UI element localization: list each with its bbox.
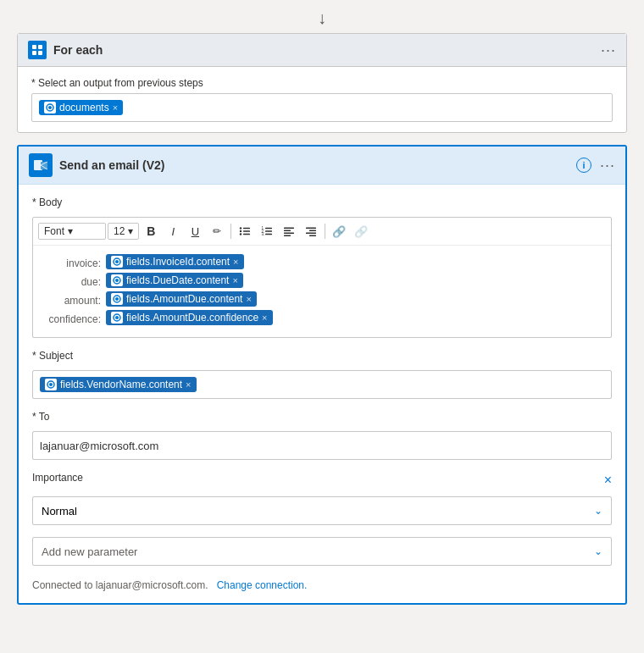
for-each-block: For each ··· * Select an output from pre…: [17, 33, 627, 133]
confidence-token: fields.AmountDue.confidence ×: [106, 310, 273, 325]
send-email-body: * Body Font ▾ 12 ▾ B I U: [19, 185, 625, 603]
svg-rect-14: [243, 230, 250, 231]
send-email-block: Send an email (V2) i ··· * Body Font ▾: [17, 145, 627, 605]
confidence-token-remove[interactable]: ×: [262, 313, 267, 323]
add-param-chevron-icon: ⌄: [594, 545, 602, 557]
send-email-menu-button[interactable]: ···: [600, 157, 615, 174]
send-email-header: Send an email (V2) i ···: [19, 147, 625, 185]
svg-rect-29: [306, 233, 316, 235]
subject-token-icon: [45, 379, 57, 390]
due-token-remove[interactable]: ×: [232, 275, 237, 285]
connected-text-row: Connected to lajanuar@microsoft.com. Cha…: [32, 579, 612, 591]
importance-label: Importance: [32, 472, 83, 484]
svg-point-36: [115, 297, 119, 301]
svg-rect-1: [38, 45, 42, 49]
select-output-input[interactable]: documents ×: [31, 93, 613, 122]
svg-rect-3: [38, 51, 42, 55]
due-token-text: fields.DueDate.content: [126, 274, 229, 286]
subject-label: * Subject: [32, 350, 612, 362]
subject-token: fields.VendorName.content ×: [40, 377, 197, 392]
for-each-body: * Select an output from previous steps d…: [18, 67, 626, 132]
svg-rect-0: [32, 45, 36, 49]
body-toolbar: Font ▾ 12 ▾ B I U ✏: [33, 218, 611, 246]
svg-rect-25: [284, 233, 294, 235]
confidence-label: confidence:: [43, 310, 101, 325]
svg-point-5: [48, 106, 52, 109]
to-input[interactable]: [32, 431, 612, 460]
subject-field: * Subject fields.VendorName.content ×: [32, 350, 612, 399]
amount-row: amount: fields.AmountDue.content ×: [43, 291, 601, 307]
for-each-header-left: For each: [28, 41, 103, 59]
italic-button[interactable]: I: [163, 221, 183, 241]
underline-button[interactable]: U: [185, 221, 205, 241]
connected-info: Connected to lajanuar@microsoft.com.: [32, 579, 208, 591]
link-button[interactable]: 🔗: [329, 221, 349, 241]
align-left-button[interactable]: [279, 221, 299, 241]
confidence-row: confidence: fields.AmountDue.confidence: [43, 310, 601, 325]
svg-point-11: [240, 227, 242, 229]
change-connection-link[interactable]: Change connection.: [217, 579, 308, 591]
add-parameter-button[interactable]: Add new parameter ⌄: [32, 537, 612, 566]
editor-content[interactable]: invoice: fields.InvoiceId.content ×: [33, 246, 611, 337]
invoice-token-text: fields.InvoiceId.content: [126, 256, 230, 268]
for-each-icon: [28, 41, 47, 59]
due-token-icon: [111, 274, 123, 286]
amount-label: amount:: [43, 291, 101, 307]
info-icon[interactable]: i: [576, 158, 591, 173]
send-email-title: Send an email (V2): [59, 158, 164, 172]
amount-token-remove[interactable]: ×: [246, 294, 251, 304]
documents-token-remove[interactable]: ×: [113, 102, 118, 113]
align-right-button[interactable]: [301, 221, 321, 241]
svg-text:3.: 3.: [262, 232, 265, 236]
font-select-label: Font: [44, 225, 64, 237]
svg-point-13: [240, 230, 242, 232]
add-param-label: Add new parameter: [42, 545, 137, 558]
svg-rect-28: [309, 230, 316, 232]
invoice-row: invoice: fields.InvoiceId.content ×: [43, 254, 601, 269]
importance-value: Normal: [42, 505, 77, 517]
svg-rect-22: [265, 234, 272, 235]
svg-rect-16: [243, 234, 250, 235]
for-each-menu-button[interactable]: ···: [601, 42, 616, 59]
to-field: * To: [32, 411, 612, 460]
documents-token-text: documents: [59, 102, 109, 113]
svg-rect-24: [284, 230, 291, 232]
svg-rect-12: [243, 228, 250, 229]
subject-token-text: fields.VendorName.content: [60, 379, 182, 390]
invoice-token-remove[interactable]: ×: [233, 257, 238, 267]
subject-input[interactable]: fields.VendorName.content ×: [32, 370, 612, 399]
toolbar-divider-2: [325, 224, 325, 239]
font-size-select[interactable]: 12 ▾: [108, 223, 139, 240]
font-select-arrow: ▾: [68, 225, 73, 237]
select-output-label: * Select an output from previous steps: [31, 77, 613, 89]
due-row: due: fields.DueDate.content ×: [43, 273, 601, 288]
subject-token-remove[interactable]: ×: [186, 379, 191, 390]
font-size-arrow: ▾: [128, 225, 133, 237]
svg-rect-23: [284, 228, 294, 230]
svg-rect-2: [32, 51, 36, 55]
unlink-button[interactable]: 🔗: [351, 221, 371, 241]
pen-button[interactable]: ✏: [207, 221, 227, 241]
importance-close-button[interactable]: ×: [604, 473, 612, 488]
invoice-label: invoice:: [43, 254, 101, 269]
ordered-list-button[interactable]: 1. 2. 3.: [257, 221, 277, 241]
due-token: fields.DueDate.content ×: [106, 273, 243, 288]
font-select[interactable]: Font ▾: [38, 223, 106, 240]
amount-token-icon: [111, 293, 123, 305]
unordered-list-button[interactable]: [235, 221, 255, 241]
toolbar-divider-1: [230, 224, 231, 239]
down-arrow-icon: ↓: [318, 8, 326, 28]
svg-rect-26: [284, 235, 291, 237]
outlook-icon: [29, 153, 53, 177]
send-email-header-left: Send an email (V2): [29, 153, 164, 177]
documents-token-icon: [44, 102, 56, 113]
send-email-header-right: i ···: [576, 157, 615, 174]
svg-point-40: [49, 383, 53, 386]
svg-rect-18: [265, 228, 272, 229]
svg-rect-30: [309, 235, 316, 237]
confidence-token-text: fields.AmountDue.confidence: [126, 312, 258, 324]
svg-rect-20: [265, 230, 272, 231]
bold-button[interactable]: B: [141, 221, 161, 241]
due-label: due:: [43, 273, 101, 288]
importance-dropdown[interactable]: Normal ⌄: [32, 496, 612, 525]
